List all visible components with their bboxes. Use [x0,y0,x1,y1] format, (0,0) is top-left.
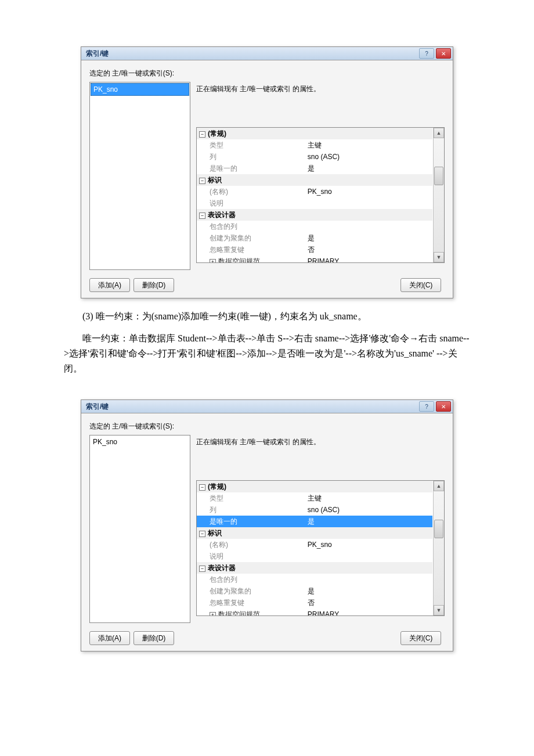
list-label: 选定的 主/唯一键或索引(S): [89,422,445,431]
prop-description[interactable]: 说明 [197,550,432,562]
help-icon[interactable]: ? [419,48,434,59]
collapse-icon[interactable]: − [199,178,205,184]
prop-type[interactable]: 类型主键 [197,139,432,151]
prop-is-unique[interactable]: 是唯一的是 [197,163,432,174]
collapse-icon[interactable]: − [199,484,205,491]
keys-listbox[interactable]: PK_sno [89,82,190,270]
scroll-up-icon[interactable]: ▲ [434,128,444,138]
button-row: 添加(A) 删除(D) 关闭(C) [89,631,445,645]
prop-name[interactable]: (名称)PK_sno [197,186,432,197]
close-button[interactable]: 关闭(C) [400,631,441,645]
expand-icon[interactable]: + [210,612,216,617]
scroll-up-icon[interactable]: ▲ [434,481,444,491]
add-button[interactable]: 添加(A) [89,631,130,645]
list-label: 选定的 主/唯一键或索引(S): [89,69,445,78]
list-item[interactable]: PK_sno [91,83,189,96]
collapse-icon[interactable]: − [199,131,205,138]
description-text: 正在编辑现有 主/唯一键或索引 的属性。 [196,435,445,480]
prop-clustered[interactable]: 创建为聚集的是 [197,585,432,597]
prop-included-columns[interactable]: 包含的列 [197,221,432,232]
group-table-designer[interactable]: −表设计器 [197,209,432,221]
button-row: 添加(A) 删除(D) 关闭(C) [89,278,445,292]
window-buttons: ? ✕ [419,48,451,59]
titlebar[interactable]: 索引/键 ? ✕ [81,47,453,60]
scrollbar[interactable]: ▲ ▼ [433,128,444,262]
expand-icon[interactable]: + [210,259,216,264]
prop-column[interactable]: 列sno (ASC) [197,504,432,516]
prop-included-columns[interactable]: 包含的列 [197,574,432,585]
paragraph-3-body: 唯一约束：单击数据库 Student-->单击表-->单击 S-->右击 sna… [64,331,470,376]
group-general[interactable]: −(常规) [197,481,432,492]
add-button[interactable]: 添加(A) [89,278,130,292]
help-icon[interactable]: ? [419,401,434,412]
close-button[interactable]: 关闭(C) [400,278,441,292]
prop-ignore-dup-key[interactable]: 忽略重复键否 [197,597,432,609]
close-icon[interactable]: ✕ [436,401,451,412]
dialog-title: 索引/键 [86,402,419,412]
group-identity[interactable]: −标识 [197,527,432,539]
scrollbar[interactable]: ▲ ▼ [433,481,444,615]
index-keys-dialog-2: 索引/键 ? ✕ 选定的 主/唯一键或索引(S): PK_sno 正在编辑现有 … [81,399,453,651]
prop-name[interactable]: (名称)PK_sno [197,539,432,550]
prop-ignore-dup-key[interactable]: 忽略重复键否 [197,244,432,255]
keys-listbox[interactable]: PK_sno [89,435,190,623]
property-grid[interactable]: −(常规) 类型主键 列sno (ASC) 是唯一的是 −标识 (名称)PK_s… [196,127,445,263]
prop-clustered[interactable]: 创建为聚集的是 [197,232,432,244]
group-identity[interactable]: −标识 [197,174,432,186]
index-keys-dialog-1: 索引/键 ? ✕ 选定的 主/唯一键或索引(S): PK_sno 正在编辑现有 … [81,46,453,298]
scroll-down-icon[interactable]: ▼ [434,252,444,262]
prop-is-unique[interactable]: 是唯一的是 [197,516,432,527]
group-general[interactable]: −(常规) [197,128,432,139]
scroll-down-icon[interactable]: ▼ [434,605,444,615]
prop-description[interactable]: 说明 [197,197,432,209]
prop-column[interactable]: 列sno (ASC) [197,151,432,163]
scroll-thumb[interactable] [434,520,443,538]
titlebar[interactable]: 索引/键 ? ✕ [81,400,453,413]
window-buttons: ? ✕ [419,401,451,412]
collapse-icon[interactable]: − [199,566,205,572]
dialog-title: 索引/键 [86,49,419,59]
prop-type[interactable]: 类型主键 [197,492,432,504]
close-icon[interactable]: ✕ [436,48,451,59]
dialog-content: 选定的 主/唯一键或索引(S): PK_sno 正在编辑现有 主/唯一键或索引 … [81,60,453,298]
paragraph-3-heading: (3) 唯一约束：为(sname)添加唯一约束(唯一键)，约束名为 uk_sna… [64,309,470,324]
list-item[interactable]: PK_sno [91,436,189,448]
group-table-designer[interactable]: −表设计器 [197,562,432,574]
collapse-icon[interactable]: − [199,213,205,219]
property-grid[interactable]: −(常规) 类型主键 列sno (ASC) 是唯一的是 −标识 (名称)PK_s… [196,480,445,616]
scroll-thumb[interactable] [434,167,443,185]
delete-button[interactable]: 删除(D) [134,631,174,645]
collapse-icon[interactable]: − [199,531,205,537]
prop-data-space-spec[interactable]: +数据空间规范PRIMARY [197,609,432,616]
description-text: 正在编辑现有 主/唯一键或索引 的属性。 [196,82,445,127]
prop-data-space-spec[interactable]: +数据空间规范PRIMARY [197,255,432,263]
delete-button[interactable]: 删除(D) [134,278,174,292]
dialog-content: 选定的 主/唯一键或索引(S): PK_sno 正在编辑现有 主/唯一键或索引 … [81,413,453,651]
